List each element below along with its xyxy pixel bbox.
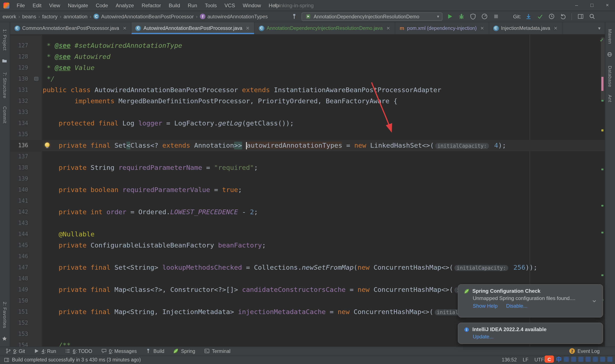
tab-commonannotationbeanpostprocessor-java[interactable]: CCommonAnnotationBeanPostProcessor.java: [10, 22, 132, 34]
code-line-138[interactable]: 138 private String requiredParameterName…: [10, 162, 605, 173]
close-icon[interactable]: [245, 26, 251, 31]
error-stripe-mark[interactable]: [601, 274, 603, 276]
rollback-button[interactable]: [559, 12, 567, 21]
menu-tools[interactable]: Tools: [201, 0, 221, 11]
expand-chevron-icon[interactable]: [591, 298, 598, 304]
menu-edit[interactable]: Edit: [29, 0, 45, 11]
code-line-129[interactable]: 129 * @see Value: [10, 62, 605, 73]
tool-stripe-ant[interactable]: Ant: [608, 95, 613, 103]
menu-vcs[interactable]: VCS: [221, 0, 239, 11]
code-line-132[interactable]: 132 implements MergedBeanDefinitionPostP…: [10, 96, 605, 107]
error-stripe-mark[interactable]: [601, 77, 603, 91]
tool-button-spring[interactable]: Spring: [173, 348, 195, 354]
code-line-139[interactable]: 139: [10, 173, 605, 184]
menu-build[interactable]: Build: [165, 0, 184, 11]
profiler-button[interactable]: [480, 12, 489, 21]
close-icon[interactable]: [480, 26, 485, 31]
close-button[interactable]: ×: [600, 0, 615, 11]
error-stripe-mark[interactable]: [601, 232, 603, 234]
code-line-133[interactable]: 133: [10, 107, 605, 118]
tool-button-4-run[interactable]: 4: Run: [34, 348, 56, 354]
breadcrumb-item-autowiredannotationbeanpostprocessor[interactable]: CAutowiredAnnotationBeanPostProcessor: [94, 13, 194, 19]
minimize-button[interactable]: –: [569, 0, 584, 11]
code-line-146[interactable]: 146: [10, 251, 605, 262]
code-line-140[interactable]: 140 private boolean requiredParameterVal…: [10, 184, 605, 195]
debug-button[interactable]: [457, 12, 466, 21]
code-line-148[interactable]: 148: [10, 273, 605, 284]
tool-stripe-database[interactable]: Database: [608, 66, 613, 87]
menu-code[interactable]: Code: [92, 0, 112, 11]
menu-file[interactable]: File: [13, 0, 29, 11]
error-stripe-mark[interactable]: [601, 205, 603, 207]
fold-marker-icon[interactable]: [34, 77, 39, 81]
tool-button-0-messages[interactable]: 0: Messages: [101, 348, 137, 354]
tool-stripe-7-structure[interactable]: 7: Structure: [2, 72, 7, 99]
code-line-137[interactable]: 137: [10, 151, 605, 162]
editor-scrollbar[interactable]: [601, 37, 605, 101]
menu-view[interactable]: View: [45, 0, 64, 11]
menu-navigate[interactable]: Navigate: [64, 0, 92, 11]
code-line-142[interactable]: 142 private int order = Ordered.LOWEST_P…: [10, 207, 605, 218]
code-line-127[interactable]: 127 * @see #setAutowiredAnnotationType: [10, 40, 605, 51]
line-separator[interactable]: LF: [523, 357, 529, 362]
tool-stripe-folder-icon[interactable]: [2, 58, 8, 65]
tool-button-build[interactable]: Build: [145, 348, 164, 354]
code-line-141[interactable]: 141: [10, 195, 605, 207]
error-stripe-mark[interactable]: [601, 100, 603, 102]
tool-stripe-commit[interactable]: Commit: [2, 106, 7, 124]
breadcrumb-item-annotation[interactable]: annotation: [63, 13, 87, 19]
breadcrumb-item-autowiredannotationtypes[interactable]: fautowiredAnnotationTypes: [200, 13, 268, 19]
disable-link[interactable]: Disable...: [506, 303, 527, 309]
menu-analyze[interactable]: Analyze: [112, 0, 138, 11]
tool-button-9-git[interactable]: 9: Git: [5, 348, 25, 354]
tool-stripe-globe-icon[interactable]: [607, 52, 613, 58]
caret-position[interactable]: 136:52: [502, 357, 517, 362]
maximize-button[interactable]: □: [584, 0, 600, 11]
tool-stripe-2-favorites[interactable]: 2: Favorites: [2, 301, 7, 328]
build-hammer-icon[interactable]: [290, 12, 299, 21]
inspections-status-icon[interactable]: ✓: [600, 37, 604, 43]
intention-bulb-icon[interactable]: [45, 143, 50, 147]
history-button[interactable]: [547, 12, 556, 21]
run-configuration-select[interactable]: AnnotationDependencyInjectionResolutionD…: [302, 12, 443, 21]
code-line-128[interactable]: 128 * @see Autowired: [10, 51, 605, 62]
code-line-145[interactable]: 145 private ConfigurableListableBeanFact…: [10, 240, 605, 251]
tab-autowiredannotationbeanpostprocessor-java[interactable]: CAutowiredAnnotationBeanPostProcessor.ja…: [132, 22, 255, 34]
close-icon[interactable]: [553, 26, 558, 31]
tool-windows-button[interactable]: [576, 12, 585, 21]
menu-run[interactable]: Run: [184, 0, 201, 11]
tool-window-switcher-icon[interactable]: [3, 357, 9, 363]
code-line-143[interactable]: 143: [10, 218, 605, 229]
code-line-144[interactable]: 144 @Nullable: [10, 229, 605, 240]
tab-annotationdependencyinjectionresolutiondemo-java[interactable]: CAnnotationDependencyInjectionResolution…: [255, 22, 395, 34]
error-stripe-mark[interactable]: [601, 129, 603, 131]
stop-button[interactable]: [492, 12, 500, 21]
commit-button[interactable]: [535, 12, 544, 21]
search-everywhere-button[interactable]: [588, 12, 596, 21]
tab-injectionmetadata-java[interactable]: CInjectionMetadata.java: [489, 22, 562, 34]
tool-stripe-star-icon[interactable]: [2, 336, 8, 342]
tool-button-terminal[interactable]: Terminal: [204, 348, 230, 354]
run-button[interactable]: [446, 12, 454, 21]
code-line-134[interactable]: 134 protected final Log logger = LogFact…: [10, 118, 605, 129]
breadcrumb-item-beans[interactable]: beans: [22, 13, 36, 19]
update-project-button[interactable]: [524, 12, 533, 21]
close-icon[interactable]: [386, 26, 391, 31]
tool-stripe-1-project[interactable]: 1: Project: [2, 29, 7, 51]
tool-button-6-todo[interactable]: 6: TODO: [65, 348, 92, 354]
error-stripe-mark[interactable]: [601, 169, 603, 170]
chevron-down-icon[interactable]: ▾: [594, 26, 605, 31]
code-line-147[interactable]: 147 private final Set<String> lookupMeth…: [10, 262, 605, 273]
show-help-link[interactable]: Show Help: [473, 303, 497, 309]
tab-pom-xml-dependency-injection[interactable]: mpom.xml (dependency-injection): [395, 22, 489, 34]
coverage-button[interactable]: [469, 12, 477, 21]
event-log[interactable]: 2 Event Log: [569, 348, 600, 354]
menu-refactor[interactable]: Refactor: [138, 0, 165, 11]
code-line-131[interactable]: 131public class AutowiredAnnotationBeanP…: [10, 84, 605, 96]
code-line-135[interactable]: 135: [10, 129, 605, 140]
breadcrumb-item-ework[interactable]: ework: [2, 13, 16, 19]
code-line-130[interactable]: 130 */: [10, 73, 605, 84]
update-link[interactable]: Update...: [473, 334, 494, 340]
code-line-136[interactable]: 136 private final Set<Class<? extends An…: [10, 140, 605, 151]
breadcrumb-item-factory[interactable]: factory: [42, 13, 57, 19]
